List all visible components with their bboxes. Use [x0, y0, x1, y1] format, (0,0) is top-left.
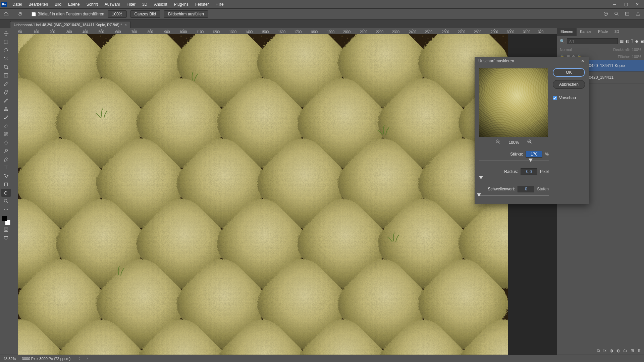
dodge-tool-icon[interactable]	[1, 147, 11, 155]
color-swatches[interactable]	[2, 216, 10, 225]
menu-filter[interactable]: Filter	[123, 1, 139, 8]
brush-tool-icon[interactable]	[1, 97, 11, 105]
dialog-preview[interactable]	[479, 68, 548, 137]
menu-select[interactable]: Auswahl	[102, 1, 123, 8]
lasso-tool-icon[interactable]	[1, 46, 11, 54]
radius-input[interactable]	[521, 168, 537, 175]
filter-adjust-icon[interactable]: ◐	[626, 39, 629, 44]
move-tool-icon[interactable]	[1, 29, 11, 38]
amount-input[interactable]	[526, 151, 542, 158]
search-icon[interactable]: 🔍	[560, 39, 565, 44]
hand-tool-toolbox-icon[interactable]	[1, 189, 11, 197]
radius-slider[interactable]	[479, 176, 549, 180]
window-restore-icon[interactable]: ▢	[621, 1, 631, 8]
fit-image-button[interactable]: Ganzes Bild	[130, 10, 161, 18]
blur-tool-icon[interactable]	[1, 138, 11, 146]
window-minimize-icon[interactable]: ─	[609, 1, 620, 8]
radius-unit: Pixel	[540, 169, 549, 174]
stamp-tool-icon[interactable]	[1, 105, 11, 113]
blend-mode-dropdown[interactable]: Normal	[560, 48, 572, 52]
menu-window[interactable]: Fenster	[192, 1, 212, 8]
amount-slider[interactable]	[479, 159, 549, 163]
pen-tool-icon[interactable]	[1, 155, 11, 163]
filter-pixel-icon[interactable]: ▦	[620, 39, 624, 44]
zoom-tool-icon[interactable]	[1, 197, 11, 205]
history-brush-tool-icon[interactable]	[1, 113, 11, 121]
dialog-titlebar[interactable]: Unscharf maskieren ✕	[475, 57, 589, 65]
share-icon[interactable]	[635, 11, 641, 17]
type-tool-icon[interactable]	[1, 164, 11, 172]
status-zoom[interactable]: 48,32%	[3, 357, 16, 361]
status-caret-right-icon[interactable]: 〉	[86, 356, 90, 361]
menu-help[interactable]: Hilfe	[213, 1, 227, 8]
ruler-vertical[interactable]	[12, 34, 18, 355]
menu-3d[interactable]: 3D	[139, 1, 150, 8]
new-layer-icon[interactable]: ⊞	[631, 348, 634, 353]
zoom-in-icon[interactable]	[527, 139, 532, 145]
unsharp-mask-dialog[interactable]: Unscharf maskieren ✕ 100% Stärke: % Radi…	[475, 57, 589, 204]
close-tab-icon[interactable]: ×	[124, 23, 126, 27]
eyedropper-tool-icon[interactable]	[1, 80, 11, 88]
screenmode-icon[interactable]	[1, 234, 11, 242]
wand-tool-icon[interactable]	[1, 55, 11, 63]
tab-paths[interactable]: Pfade	[595, 28, 611, 36]
dialog-close-icon[interactable]: ✕	[580, 59, 586, 63]
adjustment-icon[interactable]: ◐	[616, 348, 620, 353]
zoom-out-icon[interactable]	[495, 139, 501, 145]
quickmask-icon[interactable]	[1, 226, 11, 234]
layers-search-input[interactable]	[567, 38, 618, 44]
zoom-100-button[interactable]: 100%	[108, 10, 127, 18]
ruler-tick: 1800	[310, 29, 318, 34]
menu-image[interactable]: Bild	[52, 1, 64, 8]
edit-toolbar-icon[interactable]: ⋯	[1, 205, 11, 214]
crop-tool-icon[interactable]	[1, 63, 11, 71]
ruler-tick: 300	[66, 29, 72, 34]
tab-layers[interactable]: Ebenen	[557, 28, 577, 36]
menu-layer[interactable]: Ebene	[65, 1, 83, 8]
ok-button[interactable]: OK	[553, 68, 585, 77]
menu-edit[interactable]: Bearbeiten	[25, 1, 51, 8]
menu-type[interactable]: Schrift	[84, 1, 101, 8]
path-tool-icon[interactable]	[1, 172, 11, 180]
document-tab[interactable]: Unbenannt-1 bei 48,3% (IMG_20210420_1844…	[10, 21, 130, 28]
ruler-horizontal[interactable]: 50 100 200 300 400 500 600 700 800 900 1…	[12, 28, 557, 34]
threshold-label: Schwellenwert:	[479, 187, 515, 191]
cloud-docs-icon[interactable]	[603, 11, 609, 17]
delete-layer-icon[interactable]: 🗑	[637, 348, 641, 353]
gradient-tool-icon[interactable]	[1, 130, 11, 138]
tab-3d[interactable]: 3D	[611, 28, 623, 36]
tab-channels[interactable]: Kanäle	[577, 28, 595, 36]
preview-checkbox[interactable]: Vorschau	[553, 96, 585, 100]
filter-smart-icon[interactable]: ▣	[640, 39, 644, 44]
status-caret-left-icon[interactable]: 〈	[76, 356, 80, 361]
heal-tool-icon[interactable]	[1, 88, 11, 96]
filter-shape-icon[interactable]: ◆	[635, 39, 638, 44]
menu-file[interactable]: Datei	[9, 1, 25, 8]
group-icon[interactable]: 🗀	[623, 348, 627, 353]
hand-tool-icon[interactable]	[16, 10, 24, 18]
threshold-slider[interactable]	[479, 194, 549, 198]
menu-plugins[interactable]: Plug-ins	[171, 1, 192, 8]
fill-screen-button[interactable]: Bildschirm ausfüllen	[164, 10, 208, 18]
ruler-tick: 3100	[523, 29, 530, 34]
fx-icon[interactable]: fx	[603, 348, 606, 353]
workspace-icon[interactable]	[625, 11, 631, 17]
foreground-color-swatch[interactable]	[2, 216, 7, 221]
link-layers-icon[interactable]: ⧉	[597, 348, 600, 353]
status-docinfo[interactable]: 3000 Px x 3000 Px (72 ppcm)	[22, 357, 70, 361]
mask-icon[interactable]: ◑	[610, 348, 613, 353]
filter-type-icon[interactable]: T	[631, 39, 633, 44]
frame-tool-icon[interactable]	[1, 71, 11, 79]
menu-view[interactable]: Ansicht	[151, 1, 170, 8]
shape-tool-icon[interactable]	[1, 180, 11, 188]
cancel-button[interactable]: Abbrechen	[553, 80, 585, 89]
eraser-tool-icon[interactable]	[1, 122, 11, 130]
scroll-all-windows-checkbox[interactable]: Bildlauf in allen Fenstern durchführen	[32, 12, 104, 16]
threshold-input[interactable]	[518, 186, 534, 192]
home-icon[interactable]	[3, 11, 9, 17]
marquee-tool-icon[interactable]	[1, 38, 11, 46]
search-icon[interactable]	[614, 11, 620, 17]
opacity-value[interactable]: 100%	[632, 48, 641, 52]
fill-value[interactable]: 100%	[632, 55, 641, 59]
window-close-icon[interactable]: ✕	[632, 1, 643, 8]
